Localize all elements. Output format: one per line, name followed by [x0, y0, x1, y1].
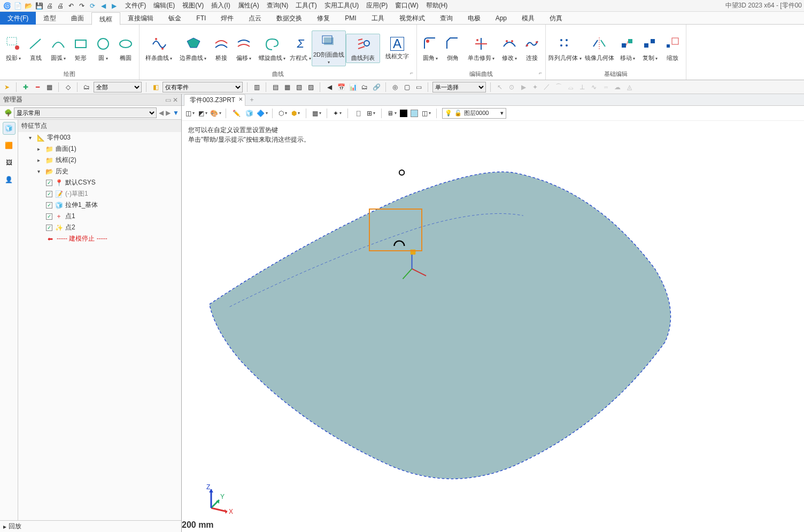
remove-icon[interactable]: ━	[33, 82, 42, 92]
ribbon-tab-pmi[interactable]: PMI	[337, 12, 364, 25]
view-icon[interactable]: ⬡	[278, 109, 288, 118]
view-icon[interactable]: ✏️	[231, 109, 241, 118]
ribbon-tab-surface[interactable]: 曲面	[64, 12, 91, 25]
tree-leaf[interactable]: ✓+点1	[18, 211, 181, 222]
tb-icon[interactable]: ▦	[282, 82, 292, 92]
ribbon-tab-exchange[interactable]: 数据交换	[269, 12, 310, 25]
display-filter-select[interactable]: 显示常用	[14, 107, 157, 118]
copy-button[interactable]: 复制	[639, 34, 661, 63]
tree-node[interactable]: ▸📁线框(2)	[18, 155, 181, 166]
menu-insert[interactable]: 插入(I)	[211, 1, 230, 10]
tb-icon[interactable]: 📊	[348, 82, 358, 92]
boundary-button[interactable]: 边界曲线	[176, 34, 210, 63]
view-icon[interactable]: 🔷	[257, 109, 267, 118]
view-icon[interactable]: 🎨	[211, 109, 220, 118]
menu-attr[interactable]: 属性(A)	[238, 1, 259, 10]
tb-icon[interactable]: 🗂	[360, 82, 369, 92]
tb-icon[interactable]: ▨	[306, 82, 315, 92]
playback-expand-icon[interactable]: ▸	[3, 523, 6, 530]
tree-leaf[interactable]: ✓📍默认CSYS	[18, 177, 181, 188]
view-icon[interactable]: ✦	[333, 109, 342, 118]
ribbon-tab-weld[interactable]: 焊件	[213, 12, 241, 25]
tb-icon[interactable]: ▶	[519, 82, 528, 92]
spiral-button[interactable]: 螺旋曲线	[255, 34, 289, 63]
add-icon[interactable]: ✚	[21, 82, 30, 92]
undo-icon[interactable]: ↶	[66, 1, 76, 11]
layers-icon[interactable]: 🗂	[82, 82, 91, 92]
tb-icon[interactable]: ⌓	[566, 82, 575, 92]
add-tab-icon[interactable]: ＋	[249, 95, 255, 104]
tree-leaf[interactable]: ✓📝(-)草图1	[18, 188, 181, 199]
ribbon-tab-visual[interactable]: 视觉样式	[392, 12, 432, 25]
rect-button[interactable]: 矩形	[69, 34, 92, 62]
ribbon-tab-tool[interactable]: 工具	[364, 12, 392, 25]
side-view-icon[interactable]: 🖼	[3, 156, 16, 169]
view-icon[interactable]: ◩	[198, 109, 207, 118]
tb-icon[interactable]: ◬	[624, 82, 634, 92]
trim-button[interactable]: 单击修剪	[464, 34, 498, 63]
ribbon-tab-electrode[interactable]: 电极	[460, 12, 488, 25]
side-layer-icon[interactable]: 🟧	[3, 139, 16, 152]
menu-help[interactable]: 帮助(H)	[426, 1, 448, 10]
ellipse-button[interactable]: 椭圆	[114, 34, 137, 62]
dotgrid-icon[interactable]: ▦	[44, 82, 54, 92]
refresh-icon[interactable]: ⟳	[88, 1, 97, 11]
view-icon[interactable]: ◫	[421, 109, 431, 118]
menu-view[interactable]: 视图(V)	[182, 1, 204, 10]
pattern-button[interactable]: 阵列几何体	[548, 34, 582, 63]
mirror-button[interactable]: 镜像几何体	[582, 34, 616, 62]
section2d-button[interactable]: 2D剖面曲线	[312, 30, 346, 67]
tb-icon[interactable]: ☁	[613, 82, 622, 92]
ribbon-tab-shape[interactable]: 造型	[36, 12, 64, 25]
tb-icon[interactable]: ↖	[495, 82, 505, 92]
tree-node[interactable]: ▾📂历史	[18, 166, 181, 177]
view-icon[interactable]: ◫	[185, 109, 195, 118]
layer-select[interactable]: 💡🔓图层0000▾	[442, 108, 506, 119]
side-user-icon[interactable]: 👤	[3, 173, 16, 186]
move-button[interactable]: 移动	[616, 34, 639, 63]
view-icon[interactable]: ⎕	[353, 109, 363, 118]
prev-icon[interactable]: ◀	[98, 1, 108, 11]
view-icon[interactable]: ▦	[312, 109, 321, 118]
chamfer-button[interactable]: 倒角	[442, 34, 464, 62]
wireframetext-button[interactable]: A线框文字	[380, 36, 414, 60]
side-tree-icon[interactable]: 🧊	[3, 122, 16, 135]
connect-button[interactable]: 连接	[521, 34, 543, 62]
filter-icon[interactable]: ▼	[173, 109, 179, 117]
menu-query[interactable]: 查询(N)	[267, 1, 289, 10]
tb-icon[interactable]: ⊥	[577, 82, 587, 92]
spline-button[interactable]: 样条曲线	[142, 34, 176, 63]
view-icon[interactable]: 🖥	[387, 109, 397, 118]
arc-button[interactable]: 圆弧	[47, 34, 69, 63]
ribbon-tab-fti[interactable]: FTI	[189, 12, 213, 25]
collapse-icon[interactable]: ▭	[165, 96, 171, 104]
close-tab-icon[interactable]: ✕	[238, 96, 243, 102]
close-icon[interactable]: ✕	[173, 96, 178, 104]
modify-button[interactable]: 修改	[498, 34, 521, 63]
document-tab[interactable]: 零件003.Z3PRT✕	[184, 94, 245, 106]
ribbon-tab-file[interactable]: 文件(F)	[0, 12, 36, 25]
menu-file[interactable]: 文件(F)	[125, 1, 146, 10]
line-button[interactable]: 直线	[25, 34, 47, 62]
tb-icon[interactable]: ／	[542, 82, 552, 92]
view-icon[interactable]: 🧊	[244, 109, 254, 118]
equation-button[interactable]: Σ方程式	[289, 34, 312, 63]
color-black-icon[interactable]	[400, 110, 407, 117]
tb-icon[interactable]: ✦	[530, 82, 540, 92]
ribbon-tab-app[interactable]: App	[488, 12, 514, 25]
ribbon-tab-query[interactable]: 查询	[432, 12, 460, 25]
tree-leaf[interactable]: ✓✨点2	[18, 222, 181, 233]
next-icon[interactable]: ▶	[109, 1, 119, 11]
menu-app[interactable]: 应用(P)	[366, 1, 388, 10]
tb-icon[interactable]: ⎓	[601, 82, 610, 92]
scale-button[interactable]: 缩放	[661, 34, 684, 62]
print-icon[interactable]: 🖨	[45, 1, 55, 11]
filter2-select[interactable]: 仅有零件	[163, 82, 243, 92]
view-icon[interactable]: ⊞	[366, 109, 376, 118]
tb-icon[interactable]: ▢	[402, 82, 412, 92]
open-icon[interactable]: 📂	[24, 1, 33, 11]
group-launcher-icon[interactable]: ⌐	[410, 70, 413, 76]
menu-window[interactable]: 窗口(W)	[395, 1, 418, 10]
ribbon-tab-repair[interactable]: 修复	[310, 12, 337, 25]
menu-edit[interactable]: 编辑(E)	[153, 1, 175, 10]
